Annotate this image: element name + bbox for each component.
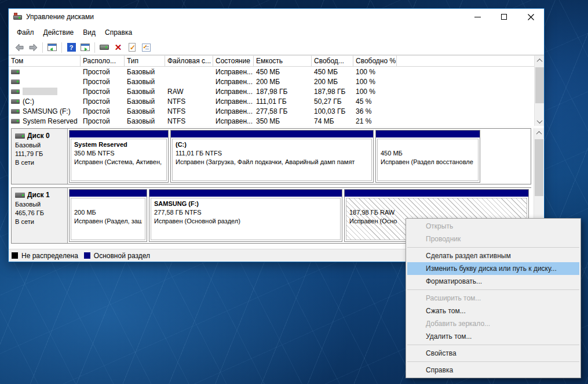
cell-layout: Простой xyxy=(81,116,125,126)
checklist-button[interactable] xyxy=(139,41,153,54)
scrollbar-thumb[interactable] xyxy=(535,139,543,196)
table-row[interactable]: Простой Базовый Исправен... 450 МБ 450 М… xyxy=(9,67,544,77)
table-row[interactable]: Простой Базовый Исправен... 200 МБ 200 М… xyxy=(9,77,544,86)
partition-c-drive[interactable]: (C:) 111,01 ГБ NTFS Исправен (Загрузка, … xyxy=(170,130,374,183)
menu-item-change-drive-letter[interactable]: Изменить букву диска или путь к диску... xyxy=(407,262,579,275)
column-header-status[interactable]: Состояние xyxy=(213,56,254,66)
menu-view[interactable]: Вид xyxy=(78,27,100,38)
legend-unallocated: Не распределена xyxy=(12,252,78,260)
menu-item-shrink-volume[interactable]: Сжать том... xyxy=(407,305,579,317)
disk-size: 111,79 ГБ xyxy=(15,150,64,158)
minimize-button[interactable] xyxy=(464,9,491,25)
title-bar[interactable]: Управление дисками xyxy=(9,9,544,25)
volume-name: System Reserved xyxy=(23,117,78,125)
column-header-volume[interactable]: Том xyxy=(9,56,81,66)
back-icon xyxy=(14,44,24,52)
cell-capacity: 200 МБ xyxy=(254,77,312,86)
table-row[interactable]: (C:) Простой Базовый NTFS Исправен... 11… xyxy=(9,96,544,106)
cell-status: Исправен... xyxy=(213,67,254,77)
cell-filesystem: NTFS xyxy=(165,96,213,106)
delete-volume-button[interactable]: ✕ xyxy=(111,41,125,54)
volume-list-header: Том Располо... Тип Файловая с... Состоян… xyxy=(9,56,544,67)
cell-type: Базовый xyxy=(125,67,165,77)
scroll-up-button[interactable] xyxy=(535,56,544,66)
disk0-label[interactable]: Диск 0 Базовый 111,79 ГБ В сети xyxy=(12,129,68,184)
back-button[interactable] xyxy=(12,41,26,54)
table-row-selected[interactable]: Простой Базовый RAW Исправен... 187,98 Г… xyxy=(9,86,544,96)
cell-free-pct: 36 % xyxy=(353,106,397,116)
cell-layout: Простой xyxy=(81,106,125,116)
close-icon xyxy=(528,14,534,20)
menu-separator xyxy=(407,289,579,290)
cell-capacity: 187,98 ГБ xyxy=(254,86,312,96)
help-button[interactable]: ? xyxy=(64,41,78,54)
cell-free: 450 МБ xyxy=(312,67,353,77)
menu-item-properties[interactable]: Свойства xyxy=(407,347,579,360)
volume-icon xyxy=(11,99,20,104)
menu-action[interactable]: Действие xyxy=(39,27,79,38)
disk-kind: Базовый xyxy=(15,141,64,150)
mark-partition-button[interactable] xyxy=(125,41,139,54)
disk-icon xyxy=(15,193,25,198)
column-header-filler xyxy=(397,56,544,66)
disk-status: В сети xyxy=(15,158,64,167)
menu-item-format[interactable]: Форматировать... xyxy=(407,275,579,288)
partition-size: 450 МБ xyxy=(381,149,475,158)
unallocated-color-swatch xyxy=(12,252,18,259)
disk0-partitions: System Reserved 350 МБ NTFS Исправен (Си… xyxy=(68,129,531,184)
menu-separator xyxy=(407,361,579,362)
menu-help[interactable]: Справка xyxy=(100,27,137,38)
disk-view-button[interactable] xyxy=(97,41,111,54)
forward-icon xyxy=(28,44,38,52)
volume-icon xyxy=(11,89,20,94)
menu-separator xyxy=(407,345,579,345)
column-header-capacity[interactable]: Емкость xyxy=(254,56,312,66)
volume-name: SAMSUNG (F:) xyxy=(23,107,71,115)
partition-size: 111,01 ГБ NTFS xyxy=(176,149,368,158)
volume-icon xyxy=(11,79,20,84)
scrollbar-thumb[interactable] xyxy=(535,67,544,103)
table-row[interactable]: SAMSUNG (F:) Простой Базовый NTFS Исправ… xyxy=(9,106,544,116)
menu-item-delete-volume[interactable]: Удалить том... xyxy=(407,330,579,343)
cell-free-pct: 45 % xyxy=(353,96,397,106)
cell-type: Базовый xyxy=(125,77,165,86)
partition-title xyxy=(381,140,475,149)
selected-volume-highlight xyxy=(23,88,57,95)
maximize-button[interactable] xyxy=(491,9,517,25)
maximize-icon xyxy=(501,14,507,20)
partition-title xyxy=(74,200,142,208)
column-header-free-pct[interactable]: Свободно % xyxy=(353,56,397,66)
partition-title xyxy=(349,200,524,208)
disk-status: В сети xyxy=(15,218,64,226)
volume-list-scrollbar[interactable] xyxy=(534,56,544,126)
column-header-layout[interactable]: Располо... xyxy=(81,56,125,66)
volume-icon xyxy=(11,70,20,74)
table-row[interactable]: System Reserved Простой Базовый NTFS Исп… xyxy=(9,116,544,126)
menu-item-mark-active[interactable]: Сделать раздел активным xyxy=(407,249,579,262)
scroll-up-button[interactable] xyxy=(534,128,544,138)
toolbar: ? ✕ xyxy=(9,40,544,55)
partition-system-reserved[interactable]: System Reserved 350 МБ NTFS Исправен (Си… xyxy=(69,130,169,183)
scroll-down-button[interactable] xyxy=(535,117,544,126)
console-tree-button[interactable] xyxy=(45,41,59,54)
disk1-label[interactable]: Диск 1 Базовый 465,76 ГБ В сети xyxy=(12,188,68,243)
close-button[interactable] xyxy=(517,9,544,25)
menu-item-help[interactable]: Справка xyxy=(407,364,579,376)
partition-status: Исправен (Раздел восстановле xyxy=(381,158,475,166)
cell-type: Базовый xyxy=(125,116,165,126)
forward-button[interactable] xyxy=(26,41,40,54)
partition-title: SAMSUNG (F:) xyxy=(154,200,337,208)
column-header-type[interactable]: Тип xyxy=(125,56,165,66)
cell-filesystem: RAW xyxy=(165,86,213,96)
disk-icon xyxy=(15,133,25,139)
partition-samsung-f[interactable]: SAMSUNG (F:) 277,58 ГБ NTFS Исправен (Ос… xyxy=(149,189,342,242)
column-header-free[interactable]: Свобод... xyxy=(312,56,353,66)
action-pane-button[interactable] xyxy=(78,41,92,54)
column-header-filesystem[interactable]: Файловая с... xyxy=(165,56,213,66)
cell-free: 200 МБ xyxy=(312,77,353,86)
volume-list: Том Располо... Тип Файловая с... Состоян… xyxy=(9,55,544,126)
partition-recovery[interactable]: 450 МБ Исправен (Раздел восстановле xyxy=(375,130,480,183)
cell-filesystem: NTFS xyxy=(165,106,213,116)
menu-file[interactable]: Файл xyxy=(12,27,39,38)
partition-efi[interactable]: 200 МБ Исправен (Раздел, заш xyxy=(69,189,147,242)
